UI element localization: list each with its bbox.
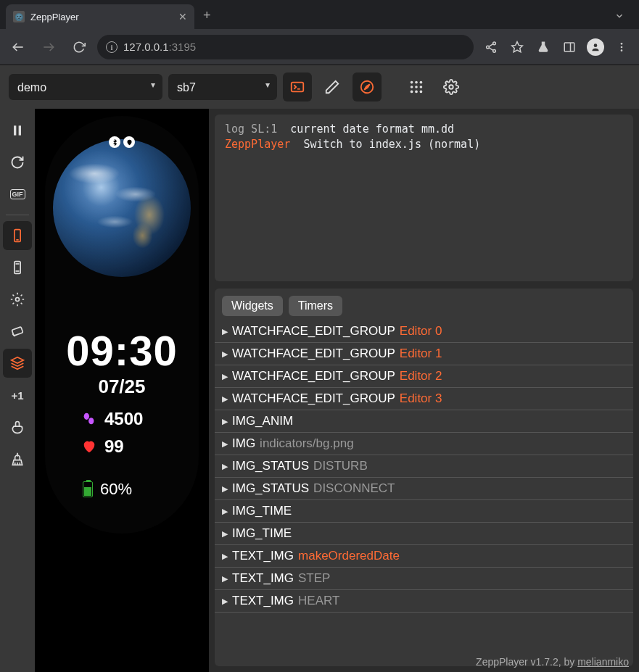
svg-point-26 <box>420 91 423 94</box>
svg-rect-14 <box>292 83 304 92</box>
edit-button[interactable] <box>318 72 347 101</box>
expand-icon: ▶ <box>222 349 228 359</box>
widget-row[interactable]: ▶IMG_TIME <box>215 523 633 545</box>
touch-button[interactable] <box>3 412 32 441</box>
widget-row[interactable]: ▶WATCHFACE_EDIT_GROUP Editor 1 <box>215 343 633 365</box>
expand-icon: ▶ <box>222 462 228 471</box>
widget-name: IMG <box>232 436 255 451</box>
widget-list[interactable]: ▶WATCHFACE_EDIT_GROUP Editor 0▶WATCHFACE… <box>215 320 633 666</box>
tab-dropdown-button[interactable] <box>606 5 633 29</box>
watchface-preview: 09:30 07/25 4500 99 60% <box>35 109 209 672</box>
svg-point-35 <box>16 298 20 302</box>
avatar-icon <box>587 38 604 56</box>
side-settings-button[interactable] <box>3 285 32 314</box>
svg-point-22 <box>415 86 418 88</box>
device-alt-button[interactable] <box>3 253 32 282</box>
labs-button[interactable] <box>532 36 555 59</box>
widget-row[interactable]: ▶IMG indicators/bg.png <box>215 433 633 455</box>
close-tab-button[interactable]: ✕ <box>178 11 187 22</box>
widget-row[interactable]: ▶IMG_TIME <box>215 500 633 523</box>
dnd-icon <box>123 136 135 148</box>
battery-icon <box>83 481 93 497</box>
expand-icon: ▶ <box>222 574 228 584</box>
pause-button[interactable] <box>3 116 32 145</box>
reload-button[interactable] <box>3 148 32 177</box>
browser-menu-button[interactable] <box>610 36 633 59</box>
svg-marker-17 <box>364 84 369 89</box>
widget-detail: HEART <box>298 594 339 608</box>
widget-name: IMG_TIME <box>232 504 292 518</box>
widget-detail: Editor 2 <box>400 369 442 383</box>
footer: ZeppPlayer v1.7.2, by melianmiko <box>476 656 629 668</box>
device-frame-button[interactable] <box>3 221 32 250</box>
nav-forward-button[interactable] <box>36 35 61 59</box>
nav-reload-button[interactable] <box>67 35 91 59</box>
expand-icon: ▶ <box>222 597 228 606</box>
layers-button[interactable] <box>3 349 32 378</box>
widget-row[interactable]: ▶TEXT_IMG STEP <box>215 568 633 590</box>
url-port: :3195 <box>169 41 197 53</box>
profile-button[interactable] <box>584 36 607 59</box>
svg-point-41 <box>84 413 89 420</box>
svg-point-11 <box>621 43 623 45</box>
expand-icon: ▶ <box>222 552 228 561</box>
rotate-button[interactable] <box>3 317 32 346</box>
widget-row[interactable]: ▶TEXT_IMG HEART <box>215 590 633 613</box>
watch-frame[interactable]: 09:30 07/25 4500 99 60% <box>45 116 199 534</box>
share-button[interactable] <box>479 36 503 59</box>
shift-button[interactable]: +1 <box>3 381 32 410</box>
widget-row[interactable]: ▶IMG_STATUS DISTURB <box>215 455 633 478</box>
browser-tab[interactable]: 🌚 ZeppPlayer ✕ <box>6 4 194 29</box>
svg-point-13 <box>621 49 623 51</box>
svg-point-24 <box>411 91 413 94</box>
new-tab-button[interactable]: + <box>194 2 220 29</box>
widget-detail: DISTURB <box>313 459 368 473</box>
svg-rect-28 <box>14 125 16 135</box>
svg-point-19 <box>415 81 418 84</box>
widget-row[interactable]: ▶WATCHFACE_EDIT_GROUP Editor 0 <box>215 320 633 343</box>
tab-timers[interactable]: Timers <box>289 296 342 316</box>
svg-point-18 <box>411 81 413 84</box>
project-select[interactable]: demo <box>9 74 162 100</box>
widget-name: TEXT_IMG <box>232 571 294 586</box>
widget-name: WATCHFACE_EDIT_GROUP <box>232 391 395 406</box>
svg-point-12 <box>621 46 623 48</box>
expand-icon: ▶ <box>222 484 228 494</box>
widget-row[interactable]: ▶IMG_STATUS DISCONNECT <box>215 478 633 500</box>
bookmark-button[interactable] <box>506 36 529 59</box>
svg-point-23 <box>420 86 423 88</box>
url-input[interactable]: i 127.0.0.1:3195 <box>97 35 474 59</box>
explore-button[interactable] <box>353 72 382 101</box>
console-panel[interactable]: log SL:1 current date format mm.dd ZeppP… <box>215 115 633 281</box>
svg-point-42 <box>88 418 94 424</box>
sidepanel-button[interactable] <box>558 36 581 59</box>
browser-addressbar: i 127.0.0.1:3195 <box>0 29 639 65</box>
nav-back-button[interactable] <box>6 35 30 59</box>
widget-name: TEXT_IMG <box>232 549 294 563</box>
clean-button[interactable] <box>3 444 32 473</box>
widget-row[interactable]: ▶TEXT_IMG makeOrderedDate <box>215 545 633 568</box>
settings-button[interactable] <box>437 72 466 101</box>
apps-grid-button[interactable] <box>402 72 431 101</box>
console-toggle-button[interactable] <box>283 72 312 101</box>
svg-line-5 <box>489 43 493 46</box>
url-host: 127.0.0.1 <box>123 41 169 53</box>
gif-capture-button[interactable]: GIF <box>3 180 32 209</box>
svg-point-21 <box>411 86 413 88</box>
widget-row[interactable]: ▶WATCHFACE_EDIT_GROUP Editor 3 <box>215 388 633 410</box>
widget-row[interactable]: ▶IMG_ANIM <box>215 410 633 433</box>
widget-name: WATCHFACE_EDIT_GROUP <box>232 347 395 361</box>
svg-point-20 <box>420 81 423 84</box>
widget-row[interactable]: ▶WATCHFACE_EDIT_GROUP Editor 2 <box>215 365 633 388</box>
favicon-icon: 🌚 <box>13 11 25 22</box>
steps-icon <box>81 411 97 427</box>
author-link[interactable]: melianmiko <box>577 656 629 668</box>
svg-point-10 <box>594 43 598 47</box>
site-info-icon[interactable]: i <box>106 41 118 53</box>
widget-detail: Editor 3 <box>400 391 442 406</box>
earth-image <box>53 139 191 277</box>
device-select[interactable]: sb7 <box>168 74 277 100</box>
svg-rect-8 <box>564 43 574 51</box>
tab-widgets[interactable]: Widgets <box>222 296 283 316</box>
svg-point-25 <box>415 91 418 94</box>
